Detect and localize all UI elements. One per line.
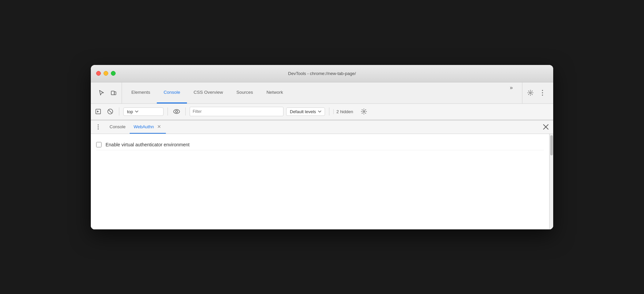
- drawer-tab-webauthn-label: WebAuthn: [134, 124, 154, 129]
- drawer-tab-console-label: Console: [110, 124, 126, 129]
- drawer-tab-webauthn[interactable]: WebAuthn ✕: [130, 120, 166, 134]
- enable-virtual-auth-row: Enable virtual authenticator environment: [96, 139, 544, 150]
- drawer-area: Console WebAuthn ✕: [91, 120, 553, 229]
- scrollbar-thumb[interactable]: [550, 135, 553, 155]
- hidden-count: 2 hidden: [333, 109, 356, 114]
- svg-point-2: [530, 92, 531, 94]
- drawer-content: Enable virtual authenticator environment: [91, 134, 549, 229]
- devtools-container: Elements Console CSS Overview Sources Ne…: [91, 82, 553, 229]
- drawer-close-icon[interactable]: [541, 122, 551, 132]
- filter-input[interactable]: [190, 107, 283, 116]
- settings-icon[interactable]: [525, 87, 536, 98]
- enable-virtual-auth-label: Enable virtual authenticator environment: [106, 142, 190, 147]
- drawer-tab-console[interactable]: Console: [106, 120, 130, 134]
- tab-sources[interactable]: Sources: [230, 82, 260, 103]
- svg-point-12: [98, 125, 99, 126]
- close-button[interactable]: [96, 71, 101, 76]
- chevron-down-icon: [135, 111, 138, 113]
- svg-point-13: [98, 127, 99, 128]
- svg-point-3: [542, 90, 543, 91]
- nav-tabs: Elements Console CSS Overview Sources Ne…: [125, 82, 506, 103]
- svg-rect-0: [111, 91, 114, 95]
- more-options-icon[interactable]: [537, 87, 548, 98]
- drawer-tabs-bar: Console WebAuthn ✕: [91, 121, 553, 134]
- console-toolbar: top Default levels: [91, 104, 553, 120]
- device-toolbar-icon[interactable]: [108, 87, 119, 98]
- play-icon[interactable]: [93, 107, 103, 116]
- toolbar-icons: [93, 82, 122, 103]
- more-tabs-button[interactable]: »: [506, 82, 517, 93]
- tab-network[interactable]: Network: [260, 82, 290, 103]
- svg-point-10: [176, 111, 178, 113]
- svg-line-8: [109, 110, 112, 114]
- enable-virtual-auth-checkbox[interactable]: [96, 142, 102, 147]
- clear-console-icon[interactable]: [106, 107, 115, 116]
- toolbar-divider-3: [185, 107, 186, 116]
- toolbar-divider-4: [329, 107, 329, 116]
- svg-point-14: [98, 129, 99, 130]
- svg-point-11: [363, 111, 365, 113]
- toolbar-divider: [119, 107, 119, 116]
- drawer-tab-close-icon[interactable]: ✕: [156, 124, 162, 129]
- levels-label: Default levels: [290, 109, 316, 114]
- minimize-button[interactable]: [104, 71, 108, 76]
- toolbar-divider-2: [168, 107, 168, 116]
- context-selector[interactable]: top: [123, 107, 164, 116]
- window-title: DevTools - chrome://new-tab-page/: [288, 71, 356, 76]
- tab-css-overview[interactable]: CSS Overview: [187, 82, 230, 103]
- devtools-window: DevTools - chrome://new-tab-page/: [91, 65, 553, 229]
- svg-point-5: [542, 95, 543, 96]
- top-toolbar: Elements Console CSS Overview Sources Ne…: [91, 82, 553, 104]
- svg-point-4: [542, 92, 543, 93]
- title-bar: DevTools - chrome://new-tab-page/: [91, 65, 553, 82]
- console-settings-icon[interactable]: [359, 107, 369, 116]
- drawer-empty-area: [96, 150, 544, 224]
- cursor-icon[interactable]: [96, 87, 107, 98]
- context-value: top: [127, 109, 133, 114]
- levels-dropdown[interactable]: Default levels: [286, 107, 325, 116]
- eye-icon[interactable]: [172, 107, 181, 116]
- tab-console[interactable]: Console: [157, 82, 187, 103]
- drawer-more-icon[interactable]: [93, 122, 103, 132]
- traffic-lights: [96, 71, 116, 76]
- drawer-content-area: Enable virtual authenticator environment: [91, 134, 553, 229]
- svg-point-9: [174, 109, 180, 114]
- maximize-button[interactable]: [111, 71, 116, 76]
- scrollbar-track[interactable]: [549, 134, 553, 229]
- tab-elements[interactable]: Elements: [125, 82, 157, 103]
- svg-rect-1: [114, 92, 116, 95]
- levels-chevron-icon: [318, 111, 321, 113]
- toolbar-right: [522, 82, 551, 103]
